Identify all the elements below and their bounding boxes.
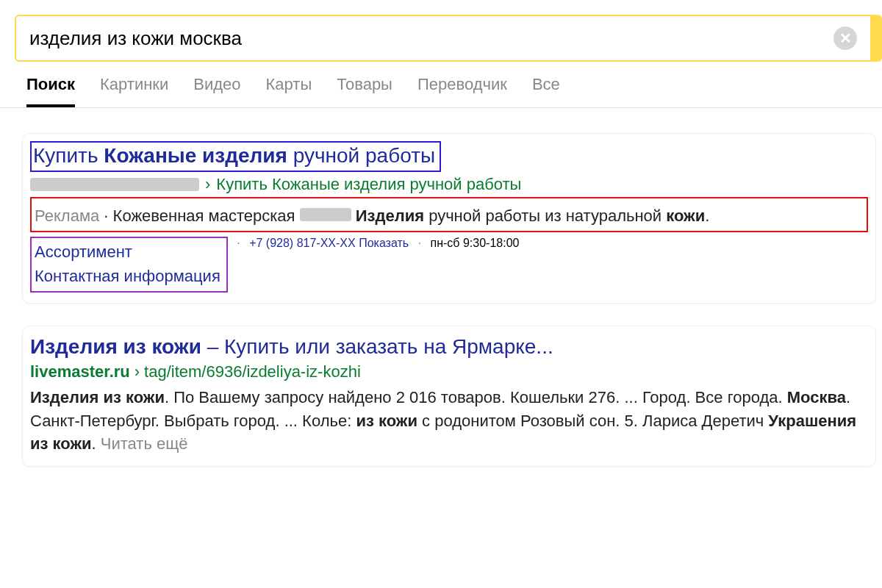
annotation-snippet-box: Реклама · Кожевенная мастерская Изделия …: [30, 197, 868, 232]
snippet-mid: ручной работы из натуральной: [424, 207, 666, 225]
st4: .: [92, 434, 101, 453]
tab-images[interactable]: Картинки: [100, 75, 168, 107]
ad-title-link[interactable]: Купить Кожаные изделия ручной работы: [33, 144, 435, 167]
st1: . По Вашему запросу найдено 2 016 товаро…: [165, 388, 787, 406]
ad-result: Купить Кожаные изделия ручной работы › К…: [22, 133, 876, 304]
ad-display-url[interactable]: › Купить Кожаные изделия ручной работы: [30, 175, 868, 194]
result-snippet: Изделия из кожи. По Вашему запросу найде…: [30, 386, 868, 456]
tab-goods[interactable]: Товары: [337, 75, 392, 107]
ad-label: Реклама: [35, 207, 99, 225]
tab-all[interactable]: Все: [532, 75, 560, 107]
results: Купить Кожаные изделия ручной работы › К…: [0, 108, 882, 496]
phone-number: +7 (928) 817-XX-XX: [249, 237, 359, 249]
tab-translate[interactable]: Переводчик: [417, 75, 507, 107]
phone-link[interactable]: +7 (928) 817-XX-XX Показать: [249, 237, 409, 249]
snippet-bold2: кожи: [666, 207, 705, 225]
sb1: Изделия из кожи: [30, 388, 165, 406]
separator: ·: [418, 237, 421, 249]
organic-result: Изделия из кожи – Купить или заказать на…: [22, 326, 876, 467]
phone-show: Показать: [359, 237, 409, 249]
st3: с родонитом Розовый сон. 5. Лариса Дерет…: [417, 412, 768, 430]
annotation-title-box: Купить Кожаные изделия ручной работы: [30, 141, 441, 172]
separator: ·: [237, 237, 240, 249]
search-button[interactable]: [872, 15, 882, 62]
title-bold: Кожаные изделия: [104, 144, 287, 167]
snippet-prefix: Кожевенная мастерская: [113, 207, 300, 225]
redacted-domain: [30, 178, 199, 191]
sitelink-contact[interactable]: Контактная информация: [35, 264, 220, 288]
chevron-right-icon: ›: [135, 362, 140, 381]
url-domain: livemaster.ru: [30, 362, 130, 381]
search-box: ✕: [15, 15, 872, 62]
sb2: Москва: [787, 388, 846, 406]
result-display-url[interactable]: livemaster.ru›tag/item/6936/izdeliya-iz-…: [30, 362, 868, 381]
title-bold: Изделия из кожи: [30, 335, 201, 358]
annotation-sitelinks-box: Ассортимент Контактная информация: [30, 237, 228, 293]
search-bar: ✕: [0, 0, 882, 71]
tab-video[interactable]: Видео: [193, 75, 240, 107]
tab-search[interactable]: Поиск: [26, 75, 75, 107]
ad-snippet: Реклама · Кожевенная мастерская Изделия …: [35, 204, 862, 228]
tab-maps[interactable]: Карты: [266, 75, 312, 107]
snippet-end: .: [705, 207, 709, 225]
title-prefix: Купить: [33, 144, 104, 167]
clear-icon[interactable]: ✕: [833, 26, 857, 50]
sitelinks: Ассортимент Контактная информация · +7 (…: [30, 237, 868, 293]
snippet-bold: Изделия: [356, 207, 424, 225]
search-input[interactable]: [29, 27, 833, 50]
url-path: tag/item/6936/izdeliya-iz-kozhi: [144, 362, 361, 381]
sb3: из кожи: [356, 412, 417, 430]
dot: ·: [99, 207, 112, 225]
sitelink-assortment[interactable]: Ассортимент: [35, 240, 220, 264]
working-hours: пн-сб 9:30-18:00: [431, 237, 520, 249]
title-rest: Купить или заказать на Ярмарке...: [224, 335, 553, 358]
title-suffix: ручной работы: [287, 144, 435, 167]
tabs: Поиск Картинки Видео Карты Товары Перево…: [0, 71, 882, 108]
chevron-right-icon: ›: [205, 175, 210, 194]
result-title-link[interactable]: Изделия из кожи – Купить или заказать на…: [30, 335, 553, 358]
redacted-name: [300, 208, 351, 221]
read-more-link[interactable]: Читать ещё: [101, 434, 188, 453]
breadcrumb-text: Купить Кожаные изделия ручной работы: [216, 175, 521, 194]
title-dash: –: [201, 335, 224, 358]
